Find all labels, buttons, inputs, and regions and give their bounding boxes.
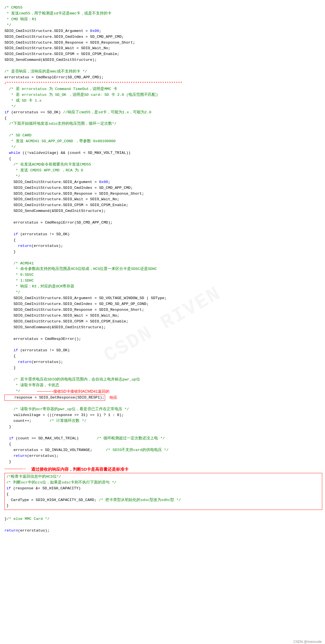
code-line: SDIO_CmdInitStructure.SDIO_CPSM = SDIO_C… xyxy=(4,51,322,57)
code-line: SDIO_CmdInitStructure.SDIO_CmdIndex = SD… xyxy=(4,301,322,307)
code-line: } xyxy=(4,459,322,465)
code-line: if (errorstatus != SD_OK) xyxy=(4,348,322,354)
code-line xyxy=(4,214,322,220)
code-container: CSDN RIVEN /* CMD55 * 发送cmd55，用于检测是sd卡还是… xyxy=(0,3,325,644)
code-line: while ((!validvoltage) && (count < SD_MA… xyxy=(4,150,322,156)
annotation-response-text: 响应 xyxy=(110,395,117,401)
code-line xyxy=(4,127,322,133)
code-line: */ xyxy=(4,104,322,110)
code-line: } xyxy=(4,249,322,255)
code-line: /***************************************… xyxy=(4,81,322,86)
code-line xyxy=(4,226,322,232)
code-line: } xyxy=(6,503,320,509)
code-line: SDIO_CmdInitStructure.SDIO_Response = SD… xyxy=(4,307,322,313)
code-line: SDIO_SendCommand(&SDIO_CmdInitStructure)… xyxy=(4,57,322,63)
code-line: validvoltage = (((response >> 31) == 1) … xyxy=(4,412,322,418)
code-line: SDIO_CmdInitStructure.SDIO_Wait = SDIO_W… xyxy=(4,313,322,319)
code-line: * 1:SDHC xyxy=(4,278,322,284)
code-line: */ xyxy=(4,144,322,150)
code-line: * 发送 CMD55 APP_CMD ，RCA 为 0 xyxy=(4,168,322,174)
response-highlight-box: response = SDIO_GetResponse(SDIO_RESP1); xyxy=(4,395,105,401)
code-line: SDIO_CmdInitStructure.SDIO_Argument = 0x… xyxy=(4,179,322,185)
code-line: { xyxy=(4,354,322,359)
code-line: /* CMD55 xyxy=(4,5,322,11)
code-line: errorstatus = SD_INVALID_VOLTRANGE; /* S… xyxy=(4,447,322,453)
code-line xyxy=(4,342,322,348)
code-line: /* 若卡需求电压在SDIO的供电电压范围内，会自动上电并标志pwr_up位 xyxy=(4,377,322,383)
red-border-section: /*检查卡返回信息中的HCS位*/ /* 判断ocr中的ccs位，如果是sdsc… xyxy=(4,473,322,510)
code-line: /*检查卡返回信息中的HCS位*/ xyxy=(6,474,320,480)
code-line: if (response &= SD_HIGH_CAPACITY) xyxy=(6,486,320,492)
code-line: return(errorstatus); xyxy=(4,359,322,365)
code-line: { xyxy=(4,442,322,447)
code-area: /* CMD55 * 发送cmd55，用于检测是sd卡还是mmc卡，或是不支持的… xyxy=(4,5,322,534)
arrow-right2-icon: ————————→ xyxy=(4,466,26,472)
code-line xyxy=(4,255,322,261)
code-line: SDIO_CmdInitStructure.SDIO_CmdIndex = SD… xyxy=(4,34,322,40)
code-line: * 读取卡寄存器，卡状态 xyxy=(4,383,322,389)
code-line: } xyxy=(4,365,322,371)
code-line: * 或 SD 卡 1.x xyxy=(4,98,322,104)
code-line xyxy=(4,510,322,516)
code-line: errorstatus = CmdResplError(SD_CMD_APP_C… xyxy=(4,220,322,226)
code-line: SDIO_CmdInitStructure.SDIO_CPSM = SDIO_C… xyxy=(4,319,322,325)
code-line: SDIO_SendCommand(&SDIO_CmdInitStructure)… xyxy=(4,208,322,214)
code-line: SDIO_CmdInitStructure.SDIO_Response = SD… xyxy=(4,40,322,46)
code-line xyxy=(4,63,322,69)
code-line: { xyxy=(6,492,320,497)
code-line: /* 判断ocr中的ccs位，如果是sdsc卡则不执行下面的语句 */ xyxy=(6,480,320,486)
code-line: SDIO_CmdInitStructure.SDIO_Wait = SDIO_W… xyxy=(4,46,322,51)
code-line: /* SD CARD xyxy=(4,133,322,139)
code-line: */ xyxy=(4,174,322,179)
code-line: return(errorstatus); xyxy=(4,243,322,249)
code-line: CardType = SDIO_HIGH_CAPACITY_SD_CARD; /… xyxy=(6,497,320,503)
code-line: * 若 errorstatus 为 SD_OK ，说明是SD card: SD … xyxy=(4,92,322,98)
code-line xyxy=(4,371,322,377)
code-line: */ xyxy=(4,290,322,295)
code-line xyxy=(4,330,322,336)
code-line: { xyxy=(4,156,322,162)
code-line: * 响应：R3，对应的是OCR寄存器 xyxy=(4,284,322,290)
annotation-hcs-text: 通过接收的响应内容，判断SD卡是高容量还是标准卡 xyxy=(31,466,129,472)
code-line: return(errorstatus); xyxy=(4,528,322,534)
code-line: if (errorstatus != SD_OK) xyxy=(4,232,322,237)
code-line: errorstatus = CmdResplError(SD_CMD_APP_C… xyxy=(4,75,322,81)
code-line: SDIO_CmdInitStructure.SDIO_Wait = SDIO_W… xyxy=(4,197,322,202)
code-line: */ xyxy=(4,389,20,394)
annotation-acmd41-text: 接收SD卡接收到ACMD41返回的 xyxy=(53,389,110,395)
code-line xyxy=(4,401,322,407)
code-line: { xyxy=(4,237,322,243)
code-line: /* 若 errorstatus 为 Command TimeOut，说明是MM… xyxy=(4,86,322,92)
code-line: { xyxy=(4,116,322,121)
code-line: if (errorstatus == SD_OK) //响应了cmd55，是sd… xyxy=(4,110,322,116)
code-line: * 发送cmd55，用于检测是sd卡还是mmc卡，或是不支持的卡 xyxy=(4,11,322,17)
code-line: return(errorstatus); xyxy=(4,453,322,459)
code-line: /* 在发送ACMD命令前都要先向卡发送CMD55 xyxy=(4,162,322,168)
code-line: * 命令参数由支持的电压范围及HCS位组成，HCS位置一来区分卡是SDSC还是S… xyxy=(4,266,322,272)
code-line: SDIO_CmdInitStructure.SDIO_Argument = 0x… xyxy=(4,28,322,34)
code-line: * CMD 响应：R1 xyxy=(4,17,322,22)
code-line: count++; /* 计算循环次数 */ xyxy=(4,418,322,424)
code-line: SDIO_CmdInitStructure.SDIO_CmdIndex = SD… xyxy=(4,185,322,191)
code-line: /*下面开始循环地发送sdio支持的电压范围，循环一定次数*/ xyxy=(4,121,322,127)
code-line: * 发送 ACMD41 SD_APP_OP_COND ，带参数 0x801000… xyxy=(4,139,322,144)
annotation-acmd41: */ ——————→ 接收SD卡接收到ACMD41返回的 xyxy=(4,389,322,395)
code-line: if (count >= SD_MAX_VOLT_TRIAL) /* 循环检测超… xyxy=(4,436,322,442)
code-line: /* 读取卡的ocr寄存器的pwr_up位，看是否已工作在正常电压 */ xyxy=(4,407,322,412)
code-line: SDIO_CmdInitStructure.SDIO_CPSM = SDIO_C… xyxy=(4,202,322,208)
code-line xyxy=(4,522,322,528)
code-line: */ xyxy=(4,22,322,28)
response-code-line: response = SDIO_GetResponse(SDIO_RESP1); xyxy=(5,395,104,400)
code-line: /* 是否响应，没响应的是mmc或不支持的卡 */ xyxy=(4,69,322,75)
code-line: } xyxy=(4,424,322,430)
code-line xyxy=(4,430,322,436)
code-line: }/* else MMC Card */ xyxy=(4,516,322,522)
code-line: /* ACMD41 xyxy=(4,261,322,267)
response-line-wrapper: response = SDIO_GetResponse(SDIO_RESP1);… xyxy=(4,395,322,401)
annotation-hcs-wrapper: ————————→ 通过接收的响应内容，判断SD卡是高容量还是标准卡 xyxy=(4,466,322,472)
code-line: SDIO_CmdInitStructure.SDIO_Response = SD… xyxy=(4,191,322,197)
csdn-footer: CSDN @rivencode xyxy=(293,639,322,644)
code-line: SDIO_SendCommand(&SDIO_CmdInitStructure)… xyxy=(4,325,322,330)
code-line: errorstatus = CmdResp3Error(); xyxy=(4,336,322,342)
arrow-right-icon: ——————→ xyxy=(37,389,53,395)
